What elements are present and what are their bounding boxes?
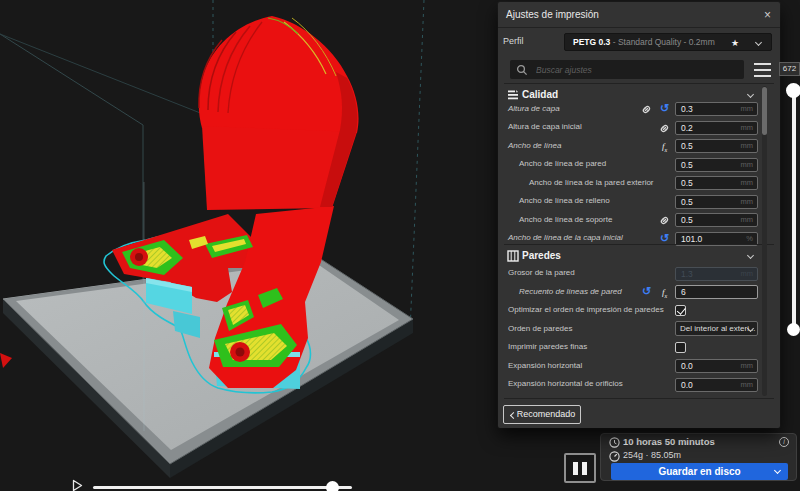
- wall-order-dropdown[interactable]: Del interior al exteri...: [675, 321, 758, 336]
- material-usage-estimate: 254g · 85.05m: [623, 450, 681, 460]
- setting-value-field[interactable]: 0.5mm: [675, 158, 758, 172]
- setting-label: Altura de capa inicial: [508, 122, 582, 131]
- settings-panel-header: Ajustes de impresión ×: [498, 2, 780, 28]
- setting-value-field[interactable]: 6: [675, 285, 758, 299]
- setting-row-ancho-linea-soporte: Ancho de línea de soporte 0.5mm: [498, 211, 760, 229]
- layer-number-badge: 672: [779, 62, 800, 76]
- link-icon[interactable]: [639, 102, 654, 116]
- divider: [504, 244, 774, 245]
- setting-label: Recuento de líneas de pared: [519, 287, 622, 296]
- layer-slider-top-handle[interactable]: [786, 83, 800, 98]
- setting-label: Ancho de línea: [508, 141, 561, 150]
- setting-row-orden-de-paredes: Orden de paredes Del interior al exteri.…: [498, 320, 760, 338]
- divider: [504, 83, 774, 84]
- close-icon[interactable]: ×: [764, 2, 771, 28]
- setting-value-field[interactable]: 0.5mm: [675, 139, 758, 153]
- formula-icon[interactable]: fx: [657, 139, 672, 153]
- settings-panel-title: Ajustes de impresión: [506, 2, 599, 28]
- setting-label: Optimizar el orden de impresión de pared…: [508, 305, 664, 314]
- setting-value-field[interactable]: 0.3mm: [675, 102, 758, 116]
- setting-label: Orden de paredes: [508, 324, 573, 333]
- link-icon[interactable]: [657, 213, 672, 227]
- pause-bar-icon: [582, 462, 587, 475]
- setting-row-altura-de-capa-inicial: Altura de capa inicial 0.2mm: [498, 119, 760, 137]
- setting-row-ancho-linea-pared-exterior: Ancho de línea de la pared exterior 0.5m…: [498, 174, 760, 192]
- clock-icon: [609, 437, 620, 448]
- setting-label: Imprimir paredes finas: [508, 342, 587, 351]
- print-time-estimate: 10 horas 50 minutos: [623, 436, 715, 447]
- setting-row-ancho-linea-pared: Ancho de línea de pared 0.5mm: [498, 156, 760, 174]
- setting-row-grosor-pared: Grosor de la pared 1.3mm: [498, 265, 760, 283]
- profile-label: Perfil: [503, 32, 524, 51]
- setting-row-imprimir-paredes-finas: Imprimir paredes finas: [498, 339, 760, 357]
- hamburger-menu-icon[interactable]: [754, 63, 771, 77]
- print-settings-panel: Ajustes de impresión × Perfil PETG 0.3 -…: [498, 2, 780, 428]
- settings-search-box[interactable]: [510, 60, 744, 79]
- setting-label: Grosor de la pared: [508, 268, 575, 277]
- formula-icon[interactable]: fx: [657, 285, 672, 299]
- recommended-mode-button[interactable]: Recomendado: [503, 405, 581, 424]
- setting-value-field-disabled: 1.3mm: [675, 267, 758, 281]
- setting-label: Ancho de línea de relleno: [519, 196, 610, 205]
- setting-value-field[interactable]: 0.5mm: [675, 176, 758, 190]
- pause-bar-icon: [573, 462, 578, 475]
- setting-label: Ancho de línea de soporte: [519, 215, 612, 224]
- revert-icon[interactable]: ↺: [639, 285, 654, 299]
- checkbox-unchecked[interactable]: [675, 342, 686, 353]
- save-to-disk-label: Guardar en disco: [658, 466, 740, 477]
- layer-slider-bottom-handle[interactable]: [787, 323, 800, 336]
- setting-row-recuento-lineas-pared: Recuento de líneas de pared ↺ fx 6: [498, 283, 760, 301]
- section-header-paredes[interactable]: Paredes: [498, 247, 760, 264]
- setting-label: Expansión horizontal: [508, 361, 582, 370]
- setting-row-expansion-horizontal: Expansión horizontal 0.0mm: [498, 357, 760, 375]
- profile-detail: - Standard Quality - 0.2mm: [610, 37, 714, 47]
- setting-label: Expansión horizontal de orificios: [508, 379, 623, 388]
- setting-row-ancho-linea-relleno: Ancho de línea de relleno 0.5mm: [498, 193, 760, 211]
- section-title: Paredes: [522, 247, 561, 264]
- setting-label: Ancho de línea de la pared exterior: [529, 178, 654, 187]
- chevron-down-icon[interactable]: [774, 466, 781, 473]
- setting-row-optimizar-orden-paredes: Optimizar el orden de impresión de pared…: [498, 302, 760, 320]
- link-icon[interactable]: [657, 121, 672, 135]
- play-icon[interactable]: [71, 479, 84, 491]
- divider: [504, 398, 774, 399]
- chevron-down-icon[interactable]: [747, 91, 754, 98]
- walls-icon: [507, 250, 519, 262]
- settings-scrollbar-thumb[interactable]: [762, 87, 767, 135]
- setting-value-field[interactable]: 0.0mm: [675, 359, 758, 373]
- search-icon: [516, 64, 528, 76]
- print-summary-panel: 10 horas 50 minutos i 254g · 85.05m Guar…: [600, 433, 797, 481]
- recommended-label: Recomendado: [517, 409, 576, 419]
- setting-value-field[interactable]: 0.5mm: [675, 213, 758, 227]
- setting-row-ancho-de-linea: Ancho de línea fx 0.5mm: [498, 137, 760, 155]
- timeline-slider-handle[interactable]: [326, 481, 339, 491]
- setting-row-altura-de-capa: Altura de capa ↺ 0.3mm: [498, 100, 760, 118]
- profile-name: PETG 0.3: [573, 37, 610, 47]
- setting-label: Ancho de línea de pared: [519, 159, 606, 168]
- setting-value-field[interactable]: 0.2mm: [675, 121, 758, 135]
- star-icon[interactable]: ★: [731, 35, 739, 51]
- pause-button[interactable]: [564, 453, 596, 483]
- layer-slider-track[interactable]: [792, 90, 796, 330]
- timeline-slider-track[interactable]: [93, 486, 352, 489]
- setting-label: Ancho de línea de la capa inicial: [508, 233, 623, 242]
- setting-value-field[interactable]: 0.5mm: [675, 195, 758, 209]
- material-gauge-icon: [609, 451, 620, 462]
- settings-scrollbar[interactable]: [762, 86, 767, 396]
- save-to-disk-button[interactable]: Guardar en disco: [611, 463, 788, 480]
- checkbox-checked[interactable]: [675, 305, 686, 316]
- profile-dropdown[interactable]: PETG 0.3 - Standard Quality - 0.2mm ★: [564, 33, 772, 51]
- setting-value-field[interactable]: 0.0mm: [675, 378, 758, 392]
- setting-row-expansion-horizontal-orificios: Expansión horizontal de orificios 0.0mm: [498, 376, 760, 394]
- setting-label: Altura de capa: [508, 104, 560, 113]
- search-input[interactable]: [534, 60, 734, 79]
- chevron-down-icon[interactable]: [747, 252, 754, 259]
- revert-icon[interactable]: ↺: [657, 102, 672, 116]
- info-icon[interactable]: i: [779, 437, 789, 447]
- cura-preview-window: 672 10 horas 50 minutos i 254g · 85.05m …: [0, 0, 800, 491]
- chevron-down-icon[interactable]: [755, 39, 762, 46]
